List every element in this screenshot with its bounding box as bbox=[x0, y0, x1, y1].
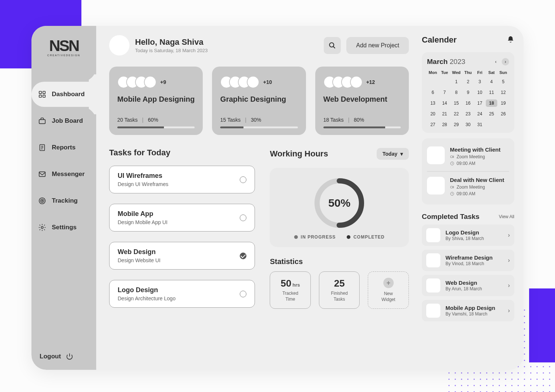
calendar-day[interactable]: 15 bbox=[450, 99, 462, 107]
calendar-dow: Sun bbox=[497, 70, 509, 75]
task-checkbox[interactable] bbox=[240, 176, 246, 183]
calendar-day[interactable]: 12 bbox=[497, 89, 509, 96]
project-title: Web Development bbox=[323, 95, 401, 113]
app-window: NSN CREATIVEDESIGN DashboardJob BoardRep… bbox=[31, 26, 524, 370]
event-time: 09:00 AM bbox=[457, 191, 475, 196]
calendar-day[interactable]: 22 bbox=[450, 110, 462, 118]
avatar-stack: +12 bbox=[323, 75, 401, 89]
stat-label: FinishedTasks bbox=[322, 291, 357, 302]
calendar-day[interactable]: 29 bbox=[450, 121, 462, 128]
calendar-day[interactable]: 6 bbox=[427, 89, 439, 96]
donut-legend: IN PROGRESS COMPLETED bbox=[294, 234, 385, 240]
event-thumb bbox=[427, 177, 445, 195]
calendar-day[interactable]: 10 bbox=[474, 89, 486, 96]
calendar-day[interactable]: 1 bbox=[450, 78, 462, 85]
target-icon bbox=[38, 197, 46, 205]
period-dropdown[interactable]: Today ▾ bbox=[377, 148, 409, 160]
task-item[interactable]: UI WireframesDesign UI Wireframes bbox=[109, 166, 255, 193]
calendar-day[interactable]: 18 bbox=[486, 99, 498, 107]
svg-point-11 bbox=[330, 43, 334, 47]
gear-icon bbox=[38, 223, 46, 232]
stat-value: 25 bbox=[334, 278, 345, 289]
calendar-day[interactable]: 2 bbox=[462, 78, 474, 85]
calendar-day[interactable]: 3 bbox=[474, 78, 486, 85]
event-item[interactable]: Meeting with ClientZoom Meeting09:00 AM bbox=[427, 143, 509, 169]
task-item[interactable]: Logo DesignDesign Architecture Logo bbox=[109, 280, 255, 308]
bell-icon[interactable] bbox=[507, 35, 514, 45]
calendar-day[interactable]: 11 bbox=[486, 89, 498, 96]
calendar-day[interactable]: 8 bbox=[450, 89, 462, 96]
calendar-day[interactable]: 26 bbox=[497, 110, 509, 118]
event-item[interactable]: Deal with New ClientZoom Meeting09:00 AM bbox=[427, 171, 509, 199]
report-icon bbox=[38, 143, 46, 152]
task-checkbox[interactable] bbox=[240, 253, 246, 259]
task-checkbox[interactable] bbox=[240, 291, 246, 297]
power-icon bbox=[65, 352, 74, 361]
project-card[interactable]: +12Web Development18 Tasks|80% bbox=[315, 67, 409, 135]
calendar-day[interactable]: 13 bbox=[427, 99, 439, 107]
user-avatar[interactable] bbox=[109, 35, 130, 55]
avatar-more-count: +9 bbox=[160, 79, 166, 85]
completed-thumb bbox=[426, 278, 440, 293]
chevron-right-icon: › bbox=[508, 232, 510, 239]
view-all-link[interactable]: View All bbox=[499, 214, 514, 219]
calendar-day[interactable]: 31 bbox=[474, 121, 486, 128]
project-card[interactable]: +9Mobile App Designing20 Tasks|60% bbox=[109, 67, 203, 135]
task-subtitle: Design Mobile App UI bbox=[118, 219, 240, 225]
calendar-dow: Fri bbox=[474, 70, 486, 75]
completed-task-item[interactable]: Wireframe DesignBy Vinod, 18 March› bbox=[422, 250, 514, 271]
calendar-day[interactable]: 24 bbox=[474, 110, 486, 118]
calendar-day[interactable]: 14 bbox=[439, 99, 451, 107]
video-icon bbox=[450, 155, 454, 159]
stat-label: TrackedTime bbox=[273, 291, 307, 302]
sidebar-item-tracking[interactable]: Tracking bbox=[31, 195, 96, 207]
completed-task-item[interactable]: Logo DesignBy Shiva, 18 March› bbox=[422, 224, 514, 246]
calendar-next-button[interactable]: › bbox=[502, 58, 509, 65]
calendar-day[interactable]: 16 bbox=[462, 99, 474, 107]
calendar-day[interactable]: 19 bbox=[497, 99, 509, 107]
calendar-day[interactable]: 28 bbox=[439, 121, 451, 128]
task-item[interactable]: Mobile AppDesign Mobile App UI bbox=[109, 204, 255, 232]
calendar-day[interactable]: 21 bbox=[439, 110, 451, 118]
chevron-right-icon: › bbox=[508, 307, 510, 314]
sidebar-item-settings[interactable]: Settings bbox=[31, 221, 96, 234]
new-widget-button[interactable]: +NewWidget bbox=[368, 271, 409, 309]
completed-task-item[interactable]: Web DesignBy Arun, 18 March› bbox=[422, 275, 514, 296]
grid-icon bbox=[38, 90, 46, 98]
svg-point-9 bbox=[42, 200, 43, 202]
calendar-day[interactable]: 9 bbox=[462, 89, 474, 96]
completed-tasks-title: Completed Tasks bbox=[422, 213, 480, 221]
sidebar-item-label: Dashboard bbox=[52, 91, 85, 98]
calendar-day[interactable]: 5 bbox=[497, 78, 509, 85]
calendar-day[interactable]: 4 bbox=[486, 78, 498, 85]
add-project-button[interactable]: Add new Project bbox=[346, 37, 409, 54]
date-subline: Today is Saturday, 18 March 2023 bbox=[135, 48, 208, 53]
project-card[interactable]: +10Graphic Designing15 Tasks|30% bbox=[212, 67, 306, 135]
stat-card: 50hrsTrackedTime bbox=[270, 271, 311, 309]
search-button[interactable] bbox=[324, 37, 341, 54]
task-title: Logo Design bbox=[118, 286, 240, 294]
sidebar-item-reports[interactable]: Reports bbox=[31, 141, 96, 154]
calendar-day[interactable]: 27 bbox=[427, 121, 439, 128]
logo: NSN bbox=[49, 37, 79, 55]
calendar-day[interactable]: 20 bbox=[427, 110, 439, 118]
project-progress bbox=[117, 126, 195, 128]
task-checkbox[interactable] bbox=[240, 214, 246, 221]
calendar-day[interactable]: 23 bbox=[462, 110, 474, 118]
event-location: Zoom Meeting bbox=[457, 185, 485, 190]
avatar-stack: +10 bbox=[220, 75, 297, 89]
logout-button[interactable]: Logout bbox=[31, 352, 96, 361]
project-meta: 18 Tasks|80% bbox=[323, 117, 401, 123]
calendar-day[interactable]: 25 bbox=[486, 110, 498, 118]
calendar-prev-button[interactable]: ‹ bbox=[492, 58, 500, 65]
sidebar-item-dashboard[interactable]: Dashboard bbox=[31, 82, 96, 107]
task-item[interactable]: Web DesignDesign Website UI bbox=[109, 242, 255, 270]
avatar-more-count: +12 bbox=[366, 79, 375, 85]
sidebar-item-messenger[interactable]: Messenger bbox=[31, 168, 96, 180]
completed-task-item[interactable]: Mobile App DesignBy Vamshi, 18 March› bbox=[422, 300, 514, 321]
calendar-day[interactable]: 7 bbox=[439, 89, 451, 96]
calendar-day[interactable]: 30 bbox=[462, 121, 474, 128]
svg-rect-1 bbox=[43, 91, 45, 94]
calendar-day[interactable]: 17 bbox=[474, 99, 486, 107]
task-title: Mobile App bbox=[118, 210, 240, 218]
